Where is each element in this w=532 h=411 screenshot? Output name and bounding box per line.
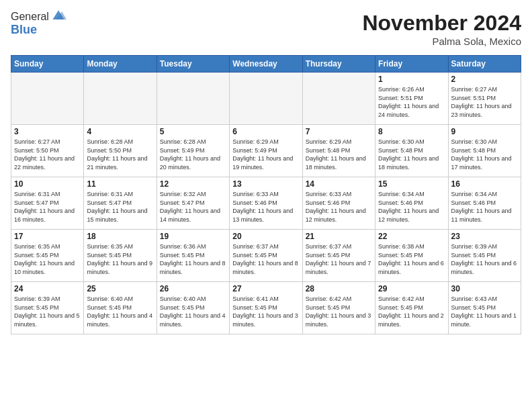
day-number: 18 bbox=[87, 232, 153, 241]
day-number: 8 bbox=[378, 127, 445, 136]
day-info: Sunrise: 6:33 AM Sunset: 5:46 PM Dayligh… bbox=[232, 190, 299, 224]
day-number: 22 bbox=[378, 232, 445, 241]
calendar-cell bbox=[157, 73, 229, 125]
calendar-cell: 8Sunrise: 6:30 AM Sunset: 5:48 PM Daylig… bbox=[375, 125, 448, 177]
calendar-cell: 1Sunrise: 6:26 AM Sunset: 5:51 PM Daylig… bbox=[375, 73, 448, 125]
day-number: 9 bbox=[451, 127, 518, 136]
title-block: November 2024 Palma Sola, Mexico bbox=[362, 11, 521, 47]
day-info: Sunrise: 6:35 AM Sunset: 5:45 PM Dayligh… bbox=[14, 242, 81, 276]
calendar-cell: 20Sunrise: 6:37 AM Sunset: 5:45 PM Dayli… bbox=[230, 230, 302, 282]
calendar-cell: 3Sunrise: 6:27 AM Sunset: 5:50 PM Daylig… bbox=[11, 125, 84, 177]
day-number: 30 bbox=[451, 284, 518, 293]
day-info: Sunrise: 6:30 AM Sunset: 5:48 PM Dayligh… bbox=[378, 138, 445, 171]
day-info: Sunrise: 6:31 AM Sunset: 5:47 PM Dayligh… bbox=[87, 190, 153, 224]
calendar-cell: 21Sunrise: 6:37 AM Sunset: 5:45 PM Dayli… bbox=[302, 230, 375, 282]
logo: General Blue bbox=[11, 11, 66, 37]
calendar-cell: 18Sunrise: 6:35 AM Sunset: 5:45 PM Dayli… bbox=[84, 230, 157, 282]
day-number: 19 bbox=[160, 232, 226, 241]
day-number: 2 bbox=[451, 75, 518, 84]
day-number: 4 bbox=[87, 127, 153, 136]
day-info: Sunrise: 6:30 AM Sunset: 5:48 PM Dayligh… bbox=[451, 138, 518, 171]
day-info: Sunrise: 6:43 AM Sunset: 5:45 PM Dayligh… bbox=[451, 295, 518, 328]
calendar-cell: 10Sunrise: 6:31 AM Sunset: 5:47 PM Dayli… bbox=[11, 177, 84, 230]
day-number: 24 bbox=[14, 284, 81, 293]
calendar-cell: 13Sunrise: 6:33 AM Sunset: 5:46 PM Dayli… bbox=[230, 177, 302, 230]
day-number: 25 bbox=[87, 284, 153, 293]
calendar-cell: 17Sunrise: 6:35 AM Sunset: 5:45 PM Dayli… bbox=[11, 230, 84, 282]
day-number: 27 bbox=[232, 284, 299, 293]
calendar-cell: 27Sunrise: 6:41 AM Sunset: 5:45 PM Dayli… bbox=[230, 282, 302, 334]
calendar-cell bbox=[302, 73, 375, 125]
day-info: Sunrise: 6:26 AM Sunset: 5:51 PM Dayligh… bbox=[378, 85, 445, 119]
day-number: 26 bbox=[160, 284, 226, 293]
day-info: Sunrise: 6:37 AM Sunset: 5:45 PM Dayligh… bbox=[232, 242, 299, 276]
dow-header: Tuesday bbox=[157, 56, 229, 73]
calendar-cell: 22Sunrise: 6:38 AM Sunset: 5:45 PM Dayli… bbox=[375, 230, 448, 282]
calendar-cell: 4Sunrise: 6:28 AM Sunset: 5:50 PM Daylig… bbox=[84, 125, 157, 177]
calendar-cell: 7Sunrise: 6:29 AM Sunset: 5:48 PM Daylig… bbox=[302, 125, 375, 177]
day-info: Sunrise: 6:33 AM Sunset: 5:46 PM Dayligh… bbox=[306, 190, 372, 224]
day-info: Sunrise: 6:42 AM Sunset: 5:45 PM Dayligh… bbox=[306, 295, 372, 328]
dow-header: Thursday bbox=[302, 56, 375, 73]
day-info: Sunrise: 6:34 AM Sunset: 5:46 PM Dayligh… bbox=[378, 190, 445, 224]
day-number: 7 bbox=[306, 127, 372, 136]
day-info: Sunrise: 6:28 AM Sunset: 5:50 PM Dayligh… bbox=[87, 138, 153, 171]
day-number: 1 bbox=[378, 75, 445, 84]
calendar-cell: 12Sunrise: 6:32 AM Sunset: 5:47 PM Dayli… bbox=[157, 177, 229, 230]
day-number: 28 bbox=[306, 284, 372, 293]
calendar-cell: 15Sunrise: 6:34 AM Sunset: 5:46 PM Dayli… bbox=[375, 177, 448, 230]
day-info: Sunrise: 6:37 AM Sunset: 5:45 PM Dayligh… bbox=[306, 242, 372, 276]
day-info: Sunrise: 6:31 AM Sunset: 5:47 PM Dayligh… bbox=[14, 190, 81, 224]
day-number: 12 bbox=[160, 179, 226, 189]
dow-header: Friday bbox=[375, 56, 448, 73]
calendar-cell bbox=[84, 73, 157, 125]
calendar-cell: 24Sunrise: 6:39 AM Sunset: 5:45 PM Dayli… bbox=[11, 282, 84, 334]
day-info: Sunrise: 6:35 AM Sunset: 5:45 PM Dayligh… bbox=[87, 242, 153, 276]
day-info: Sunrise: 6:39 AM Sunset: 5:45 PM Dayligh… bbox=[14, 295, 81, 328]
calendar-cell: 5Sunrise: 6:28 AM Sunset: 5:49 PM Daylig… bbox=[157, 125, 229, 177]
logo-blue-text: Blue bbox=[11, 23, 37, 36]
day-info: Sunrise: 6:34 AM Sunset: 5:46 PM Dayligh… bbox=[451, 190, 518, 224]
day-info: Sunrise: 6:38 AM Sunset: 5:45 PM Dayligh… bbox=[378, 242, 445, 276]
logo-general-text: General bbox=[11, 11, 49, 23]
day-number: 10 bbox=[14, 179, 81, 189]
calendar-cell: 25Sunrise: 6:40 AM Sunset: 5:45 PM Dayli… bbox=[84, 282, 157, 334]
day-number: 14 bbox=[306, 179, 372, 189]
dow-header: Saturday bbox=[448, 56, 521, 73]
day-info: Sunrise: 6:40 AM Sunset: 5:45 PM Dayligh… bbox=[160, 295, 226, 328]
day-info: Sunrise: 6:41 AM Sunset: 5:45 PM Dayligh… bbox=[232, 295, 299, 328]
dow-header: Wednesday bbox=[230, 56, 302, 73]
calendar-table: SundayMondayTuesdayWednesdayThursdayFrid… bbox=[11, 55, 521, 334]
calendar-cell: 9Sunrise: 6:30 AM Sunset: 5:48 PM Daylig… bbox=[448, 125, 521, 177]
day-number: 5 bbox=[160, 127, 226, 136]
calendar-cell: 6Sunrise: 6:29 AM Sunset: 5:49 PM Daylig… bbox=[230, 125, 302, 177]
calendar-cell: 11Sunrise: 6:31 AM Sunset: 5:47 PM Dayli… bbox=[84, 177, 157, 230]
day-number: 13 bbox=[232, 179, 299, 189]
day-info: Sunrise: 6:42 AM Sunset: 5:45 PM Dayligh… bbox=[378, 295, 445, 328]
day-info: Sunrise: 6:29 AM Sunset: 5:48 PM Dayligh… bbox=[306, 138, 372, 171]
header: General Blue November 2024 Palma Sola, M… bbox=[11, 11, 521, 47]
day-info: Sunrise: 6:27 AM Sunset: 5:50 PM Dayligh… bbox=[14, 138, 81, 171]
day-info: Sunrise: 6:28 AM Sunset: 5:49 PM Dayligh… bbox=[160, 138, 226, 171]
logo-icon bbox=[50, 9, 66, 22]
dow-header: Monday bbox=[84, 56, 157, 73]
calendar-cell: 14Sunrise: 6:33 AM Sunset: 5:46 PM Dayli… bbox=[302, 177, 375, 230]
month-title: November 2024 bbox=[362, 11, 521, 36]
calendar-cell: 29Sunrise: 6:42 AM Sunset: 5:45 PM Dayli… bbox=[375, 282, 448, 334]
day-number: 6 bbox=[232, 127, 299, 136]
day-number: 16 bbox=[451, 179, 518, 189]
day-number: 29 bbox=[378, 284, 445, 293]
calendar-cell: 16Sunrise: 6:34 AM Sunset: 5:46 PM Dayli… bbox=[448, 177, 521, 230]
day-number: 23 bbox=[451, 232, 518, 241]
calendar-cell bbox=[230, 73, 302, 125]
page: General Blue November 2024 Palma Sola, M… bbox=[0, 0, 532, 341]
day-number: 3 bbox=[14, 127, 81, 136]
calendar-cell: 28Sunrise: 6:42 AM Sunset: 5:45 PM Dayli… bbox=[302, 282, 375, 334]
calendar-cell: 2Sunrise: 6:27 AM Sunset: 5:51 PM Daylig… bbox=[448, 73, 521, 125]
calendar-cell: 23Sunrise: 6:39 AM Sunset: 5:45 PM Dayli… bbox=[448, 230, 521, 282]
day-number: 21 bbox=[306, 232, 372, 241]
day-info: Sunrise: 6:27 AM Sunset: 5:51 PM Dayligh… bbox=[451, 85, 518, 119]
calendar-cell: 19Sunrise: 6:36 AM Sunset: 5:45 PM Dayli… bbox=[157, 230, 229, 282]
day-number: 17 bbox=[14, 232, 81, 241]
dow-header: Sunday bbox=[11, 56, 84, 73]
